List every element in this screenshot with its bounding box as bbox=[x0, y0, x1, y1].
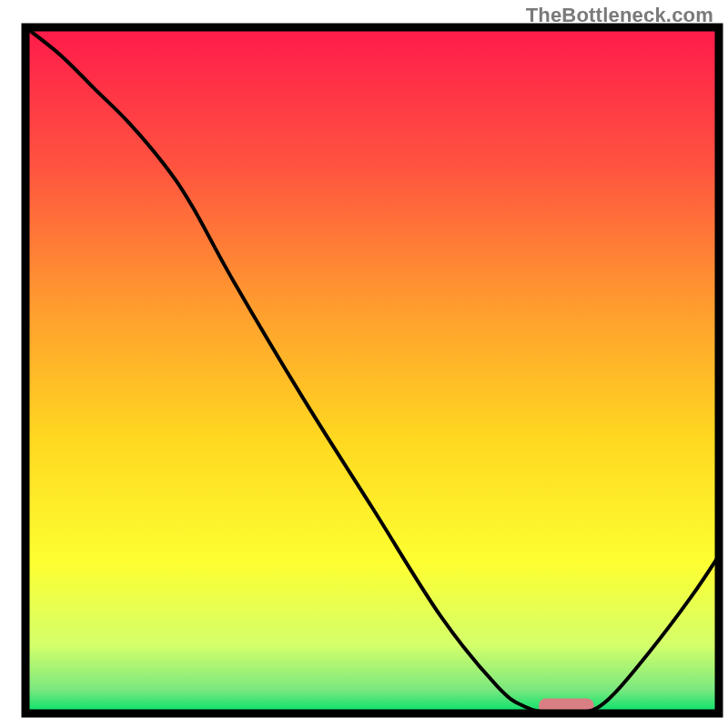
chart-stage: TheBottleneck.com bbox=[0, 0, 728, 728]
bottleneck-chart bbox=[0, 0, 728, 728]
plot-background bbox=[25, 27, 719, 713]
